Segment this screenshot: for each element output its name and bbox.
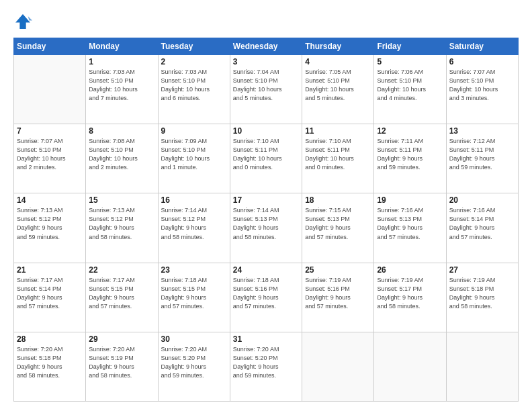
day-info: Sunrise: 7:14 AM Sunset: 5:13 PM Dayligh… (233, 206, 299, 241)
day-number: 4 (305, 57, 371, 66)
calendar-cell (302, 332, 374, 401)
day-info: Sunrise: 7:13 AM Sunset: 5:12 PM Dayligh… (17, 206, 83, 241)
day-number: 21 (17, 265, 83, 275)
day-info: Sunrise: 7:20 AM Sunset: 5:18 PM Dayligh… (17, 345, 83, 380)
calendar-header-sunday: Sunday (14, 38, 86, 55)
calendar-cell: 16Sunrise: 7:14 AM Sunset: 5:12 PM Dayli… (158, 193, 230, 263)
calendar-cell: 17Sunrise: 7:14 AM Sunset: 5:13 PM Dayli… (230, 193, 302, 263)
calendar-cell: 26Sunrise: 7:19 AM Sunset: 5:17 PM Dayli… (374, 263, 446, 332)
calendar-cell: 1Sunrise: 7:03 AM Sunset: 5:10 PM Daylig… (86, 55, 158, 124)
day-number: 27 (449, 265, 515, 275)
calendar-cell: 4Sunrise: 7:05 AM Sunset: 5:10 PM Daylig… (302, 55, 374, 124)
day-number: 23 (161, 265, 227, 275)
calendar-cell: 10Sunrise: 7:10 AM Sunset: 5:11 PM Dayli… (230, 124, 302, 193)
day-number: 10 (233, 126, 299, 136)
day-number: 8 (89, 126, 154, 136)
day-info: Sunrise: 7:19 AM Sunset: 5:17 PM Dayligh… (377, 276, 443, 311)
day-number: 16 (161, 195, 227, 205)
day-number: 19 (377, 195, 443, 205)
day-info: Sunrise: 7:12 AM Sunset: 5:11 PM Dayligh… (449, 137, 515, 172)
day-number: 26 (377, 265, 443, 275)
logo-icon (13, 12, 32, 31)
day-number: 28 (17, 334, 83, 344)
day-number: 1 (89, 57, 154, 66)
calendar-cell: 13Sunrise: 7:12 AM Sunset: 5:11 PM Dayli… (446, 124, 518, 193)
calendar-cell (374, 332, 446, 401)
day-number: 7 (17, 126, 83, 136)
calendar-header-friday: Friday (374, 38, 446, 55)
calendar-cell: 28Sunrise: 7:20 AM Sunset: 5:18 PM Dayli… (14, 332, 86, 401)
day-number: 30 (161, 334, 227, 344)
day-number: 22 (89, 265, 154, 275)
calendar-header-thursday: Thursday (302, 38, 374, 55)
day-info: Sunrise: 7:16 AM Sunset: 5:14 PM Dayligh… (449, 206, 515, 241)
calendar-cell: 14Sunrise: 7:13 AM Sunset: 5:12 PM Dayli… (14, 193, 86, 263)
day-info: Sunrise: 7:05 AM Sunset: 5:10 PM Dayligh… (305, 68, 371, 103)
calendar-cell: 30Sunrise: 7:20 AM Sunset: 5:20 PM Dayli… (158, 332, 230, 401)
day-info: Sunrise: 7:14 AM Sunset: 5:12 PM Dayligh… (161, 206, 227, 241)
day-number: 6 (449, 57, 515, 66)
calendar-cell: 12Sunrise: 7:11 AM Sunset: 5:11 PM Dayli… (374, 124, 446, 193)
day-number: 17 (233, 195, 299, 205)
day-number: 15 (89, 195, 154, 205)
day-info: Sunrise: 7:18 AM Sunset: 5:15 PM Dayligh… (161, 276, 227, 311)
calendar-cell: 8Sunrise: 7:08 AM Sunset: 5:10 PM Daylig… (86, 124, 158, 193)
calendar-cell: 24Sunrise: 7:18 AM Sunset: 5:16 PM Dayli… (230, 263, 302, 332)
day-info: Sunrise: 7:03 AM Sunset: 5:10 PM Dayligh… (161, 68, 227, 103)
calendar-header-tuesday: Tuesday (158, 38, 230, 55)
calendar-cell: 29Sunrise: 7:20 AM Sunset: 5:19 PM Dayli… (86, 332, 158, 401)
day-number: 14 (17, 195, 83, 205)
day-number: 9 (161, 126, 227, 136)
calendar-cell: 9Sunrise: 7:09 AM Sunset: 5:10 PM Daylig… (158, 124, 230, 193)
day-info: Sunrise: 7:07 AM Sunset: 5:10 PM Dayligh… (17, 137, 83, 172)
calendar-cell: 15Sunrise: 7:13 AM Sunset: 5:12 PM Dayli… (86, 193, 158, 263)
calendar-cell: 21Sunrise: 7:17 AM Sunset: 5:14 PM Dayli… (14, 263, 86, 332)
calendar-cell: 11Sunrise: 7:10 AM Sunset: 5:11 PM Dayli… (302, 124, 374, 193)
day-number: 12 (377, 126, 443, 136)
calendar-page: SundayMondayTuesdayWednesdayThursdayFrid… (0, 0, 532, 411)
calendar-week-5: 28Sunrise: 7:20 AM Sunset: 5:18 PM Dayli… (14, 332, 519, 401)
calendar-cell: 22Sunrise: 7:17 AM Sunset: 5:15 PM Dayli… (86, 263, 158, 332)
calendar-cell: 23Sunrise: 7:18 AM Sunset: 5:15 PM Dayli… (158, 263, 230, 332)
day-info: Sunrise: 7:10 AM Sunset: 5:11 PM Dayligh… (233, 137, 299, 172)
day-info: Sunrise: 7:08 AM Sunset: 5:10 PM Dayligh… (89, 137, 154, 172)
day-info: Sunrise: 7:18 AM Sunset: 5:16 PM Dayligh… (233, 276, 299, 311)
day-number: 25 (305, 265, 371, 275)
svg-marker-0 (15, 14, 30, 29)
svg-marker-1 (28, 16, 32, 20)
day-info: Sunrise: 7:19 AM Sunset: 5:18 PM Dayligh… (449, 276, 515, 311)
day-info: Sunrise: 7:11 AM Sunset: 5:11 PM Dayligh… (377, 137, 443, 172)
day-number: 31 (233, 334, 299, 344)
day-info: Sunrise: 7:06 AM Sunset: 5:10 PM Dayligh… (377, 68, 443, 103)
day-info: Sunrise: 7:19 AM Sunset: 5:16 PM Dayligh… (305, 276, 371, 311)
day-number: 24 (233, 265, 299, 275)
calendar-cell: 18Sunrise: 7:15 AM Sunset: 5:13 PM Dayli… (302, 193, 374, 263)
day-number: 18 (305, 195, 371, 205)
day-info: Sunrise: 7:03 AM Sunset: 5:10 PM Dayligh… (89, 68, 154, 103)
header (13, 12, 519, 31)
calendar-cell (14, 55, 86, 124)
calendar-cell: 2Sunrise: 7:03 AM Sunset: 5:10 PM Daylig… (158, 55, 230, 124)
day-number: 2 (161, 57, 227, 66)
day-number: 5 (377, 57, 443, 66)
calendar-cell: 25Sunrise: 7:19 AM Sunset: 5:16 PM Dayli… (302, 263, 374, 332)
day-info: Sunrise: 7:15 AM Sunset: 5:13 PM Dayligh… (305, 206, 371, 241)
calendar-cell: 5Sunrise: 7:06 AM Sunset: 5:10 PM Daylig… (374, 55, 446, 124)
calendar-table: SundayMondayTuesdayWednesdayThursdayFrid… (13, 38, 519, 402)
day-info: Sunrise: 7:20 AM Sunset: 5:19 PM Dayligh… (89, 345, 154, 380)
calendar-week-2: 7Sunrise: 7:07 AM Sunset: 5:10 PM Daylig… (14, 124, 519, 193)
calendar-week-1: 1Sunrise: 7:03 AM Sunset: 5:10 PM Daylig… (14, 55, 519, 124)
calendar-header-monday: Monday (86, 38, 158, 55)
day-number: 11 (305, 126, 371, 136)
logo (13, 12, 35, 31)
day-info: Sunrise: 7:17 AM Sunset: 5:14 PM Dayligh… (17, 276, 83, 311)
calendar-week-4: 21Sunrise: 7:17 AM Sunset: 5:14 PM Dayli… (14, 263, 519, 332)
day-number: 3 (233, 57, 299, 66)
calendar-cell: 31Sunrise: 7:20 AM Sunset: 5:20 PM Dayli… (230, 332, 302, 401)
calendar-cell: 27Sunrise: 7:19 AM Sunset: 5:18 PM Dayli… (446, 263, 518, 332)
day-number: 20 (449, 195, 515, 205)
calendar-week-3: 14Sunrise: 7:13 AM Sunset: 5:12 PM Dayli… (14, 193, 519, 263)
calendar-cell: 3Sunrise: 7:04 AM Sunset: 5:10 PM Daylig… (230, 55, 302, 124)
day-number: 13 (449, 126, 515, 136)
calendar-cell: 7Sunrise: 7:07 AM Sunset: 5:10 PM Daylig… (14, 124, 86, 193)
